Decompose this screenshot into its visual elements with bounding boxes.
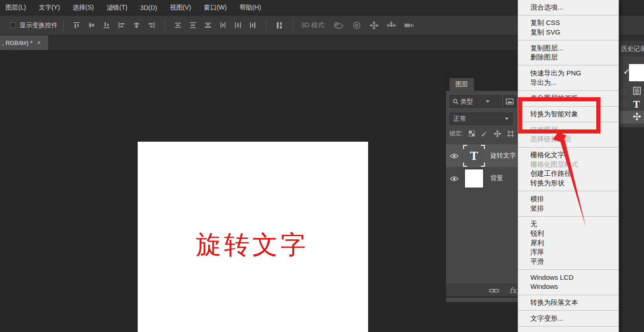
menu-item-anti-alias-none[interactable]: 无 (518, 219, 619, 229)
threed-mode-label: 3D 模式: (301, 21, 326, 30)
distribute-vertical-centers-icon[interactable] (190, 22, 196, 29)
menu-view[interactable]: 视图(V) (165, 4, 200, 12)
menu-separator (518, 310, 619, 311)
lock-artboard-icon[interactable] (507, 130, 514, 137)
menu-item-copy-css[interactable]: 复制 CSS (518, 18, 619, 28)
menu-item-delete-layer[interactable]: 删除图层 (518, 53, 619, 62)
menu-item-create-work-path[interactable]: 创建工作路径 (518, 169, 619, 178)
menu-item-horizontal[interactable]: 横排 (518, 194, 619, 204)
3d-orbit-icon[interactable] (333, 21, 344, 30)
filter-by-pixel-button[interactable] (504, 95, 516, 108)
menu-help[interactable]: 帮助(H) (235, 4, 269, 12)
menu-layer[interactable]: 图层(L) (1, 4, 34, 12)
layer-context-menu: 混合选项... 复制 CSS 复制 SVG 复制图层... 删除图层 快速导出为… (518, 0, 619, 332)
align-top-edges-icon[interactable] (73, 22, 80, 29)
menu-select[interactable]: 选择(S) (68, 4, 102, 12)
move-tool-icon (633, 113, 641, 122)
align-bottom-edges-icon[interactable] (103, 22, 110, 29)
3d-slide-icon[interactable] (387, 21, 396, 30)
menu-item-rasterize-type[interactable]: 栅格化文字 (518, 150, 619, 160)
menu-item-anti-alias-strong[interactable]: 浑厚 (518, 248, 619, 257)
search-icon (453, 99, 459, 104)
text-layer-thumbnail[interactable]: T (465, 147, 483, 165)
history-source-checkbox[interactable] (621, 102, 625, 107)
lock-transparency-icon[interactable] (469, 130, 475, 137)
menu-filter[interactable]: 滤镜(T) (102, 4, 135, 12)
align-horizontal-centers-icon[interactable] (133, 22, 140, 29)
3d-roll-icon[interactable] (352, 21, 361, 30)
fx-label: fx (509, 286, 516, 295)
menu-item-copy-svg[interactable]: 复制 SVG (518, 28, 619, 37)
document-tab[interactable]: , RGB/8#) * × (0, 35, 48, 50)
document-tab-title: , RGB/8#) * (2, 40, 32, 46)
distribute-right-edges-icon[interactable] (250, 22, 256, 29)
history-panel: 历史记录 T (619, 41, 644, 332)
canvas-text: 旋转文字 (196, 228, 323, 263)
layer-filter-dropdown[interactable]: 类型 (449, 95, 502, 108)
menu-separator (518, 295, 619, 295)
history-panel-tab[interactable]: 历史记录 (619, 41, 644, 56)
document-canvas[interactable]: 旋转文字 (138, 142, 368, 332)
menu-item-artboard-from-layers[interactable]: 来自图层的画板... (518, 94, 619, 103)
menu-3d[interactable]: 3D(D) (135, 4, 165, 11)
visibility-toggle[interactable] (446, 153, 463, 159)
distribute-bottom-edges-icon[interactable] (205, 22, 211, 29)
history-state-type-tool[interactable]: T (619, 98, 644, 111)
menu-item-windows-lcd[interactable]: Windows LCD (518, 273, 619, 282)
distribute-left-edges-icon[interactable] (220, 22, 226, 29)
layers-panel-tab[interactable]: 图层 (449, 78, 474, 91)
3d-camera-icon[interactable] (404, 22, 415, 29)
menu-item-convert-to-paragraph-text[interactable]: 转换为段落文本 (518, 298, 619, 307)
menu-item-link-layers[interactable]: 链接图层 (518, 125, 619, 135)
layer-name: 旋转文字 (490, 152, 516, 160)
menu-item-quick-export-png[interactable]: 快速导出为 PNG (518, 69, 619, 78)
menu-item-blending-options[interactable]: 混合选项... (518, 3, 619, 12)
menu-item-windows[interactable]: Windows (518, 282, 619, 292)
distribute-top-edges-icon[interactable] (175, 22, 181, 29)
menu-window[interactable]: 窗口(W) (199, 4, 235, 12)
show-transform-controls-checkbox[interactable] (10, 22, 16, 28)
align-left-edges-icon[interactable] (118, 22, 125, 29)
distribute-spacing-icon[interactable] (276, 21, 283, 30)
history-source-checkbox[interactable] (621, 89, 625, 94)
history-state-move[interactable] (619, 111, 644, 124)
align-vertical-centers-icon[interactable] (88, 22, 95, 29)
history-state-new-document[interactable] (619, 85, 644, 98)
visibility-toggle[interactable] (446, 176, 463, 182)
layer-filter-value: 类型 (460, 98, 473, 106)
menu-item-anti-alias-crisp[interactable]: 犀利 (518, 238, 619, 248)
close-icon[interactable]: × (37, 39, 40, 46)
blend-mode-value: 正常 (454, 115, 466, 123)
distribute-horizontal-centers-icon[interactable] (235, 22, 241, 29)
menu-type[interactable]: 文字(Y) (34, 4, 68, 12)
history-source-checkbox[interactable] (621, 115, 625, 119)
menu-item-vertical[interactable]: 竖排 (518, 204, 619, 213)
menu-item-export-as[interactable]: 导出为... (518, 78, 619, 88)
divider (63, 20, 64, 31)
show-transform-controls-label: 显示变换控件 (20, 21, 58, 30)
menu-item-convert-to-smart-object[interactable]: 转换为智能对象 (518, 109, 619, 119)
lock-pixels-brush-icon[interactable] (481, 130, 488, 137)
link-layers-icon[interactable] (489, 288, 499, 293)
layer-style-fx-button[interactable]: fx (509, 286, 516, 295)
eye-icon (450, 176, 459, 182)
layer-name: 背景 (490, 174, 503, 183)
history-snapshot-thumbnail[interactable] (629, 64, 644, 81)
menu-separator (518, 65, 619, 65)
3d-pan-icon[interactable] (369, 21, 379, 30)
blend-mode-dropdown[interactable]: 正常 (449, 113, 513, 125)
menu-item-anti-alias-smooth[interactable]: 平滑 (518, 257, 619, 267)
menu-item-convert-to-shape[interactable]: 转换为形状 (518, 178, 619, 188)
menu-item-warp-text[interactable]: 文字变形... (518, 314, 619, 323)
menu-item-anti-alias-sharp[interactable]: 锐利 (518, 229, 619, 238)
chevron-down-icon (505, 118, 509, 120)
menu-item-rasterize-layer-style[interactable]: 栅格化图层样式 (518, 160, 619, 169)
menu-item-select-linked-layers[interactable]: 选择链接图层 (518, 134, 619, 144)
menu-item-duplicate-layer[interactable]: 复制图层... (518, 44, 619, 53)
type-tool-icon: T (633, 99, 640, 110)
lock-position-icon[interactable] (494, 130, 501, 137)
align-right-edges-icon[interactable] (148, 22, 155, 29)
divider (293, 20, 293, 31)
background-layer-thumbnail[interactable] (465, 169, 483, 188)
menu-separator (518, 122, 619, 122)
